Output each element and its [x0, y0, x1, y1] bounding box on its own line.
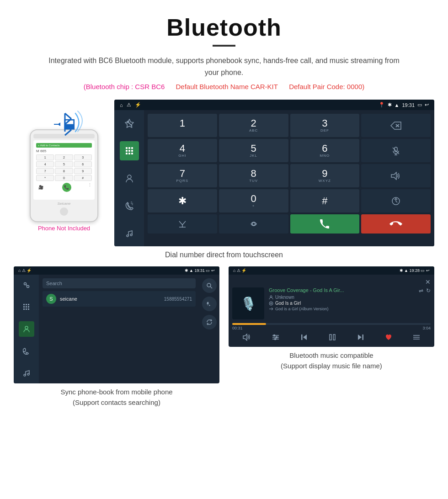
svg-point-19: [128, 175, 131, 179]
music-repeat-icon[interactable]: ↻: [426, 287, 431, 294]
phone-key-5[interactable]: 5: [55, 161, 73, 167]
progress-bar-bg[interactable]: [232, 323, 431, 325]
car-sidebar-dialpad[interactable]: [120, 141, 139, 160]
pb-search-bar[interactable]: Search: [43, 278, 196, 288]
dial-num-4: 4: [180, 143, 185, 154]
music-list-btn[interactable]: [413, 334, 420, 343]
home-icon[interactable]: ⌂: [120, 102, 123, 108]
phone-key-star[interactable]: *: [36, 175, 54, 181]
dial-num-hash: #: [322, 196, 327, 206]
phonebook-screen: ⌂ ⚠ ⚡ ✱ ▲ 19:31 ▭ ↩: [14, 266, 219, 383]
pb-icon-dialpad[interactable]: [19, 299, 34, 315]
dial-key-9[interactable]: 9 WXYZ: [290, 164, 360, 187]
car-sidebar: [114, 110, 144, 246]
dial-key-backspace[interactable]: [361, 114, 431, 137]
pb-contact-row[interactable]: S seicane 15885554271: [43, 291, 196, 307]
pb-icon-link[interactable]: [19, 277, 34, 293]
car-sidebar-music[interactable]: [120, 223, 139, 243]
phone-mockup: + Add to Contacts M 665 1 2 3 4 5 6 7 8 …: [30, 129, 98, 222]
pb-call-btn[interactable]: [202, 297, 217, 311]
pb-home-icon[interactable]: ⌂: [18, 268, 21, 273]
dial-key-0[interactable]: 0 +: [219, 189, 288, 212]
back-icon[interactable]: ↩: [425, 102, 429, 108]
svg-rect-16: [126, 153, 128, 154]
pb-content: Search S seicane 15885554271: [14, 275, 219, 383]
phone-key-3[interactable]: 3: [74, 154, 92, 160]
clock: 19:31: [402, 102, 415, 108]
car-sidebar-contacts[interactable]: [120, 169, 139, 188]
call-icon: [320, 219, 330, 229]
location-icon: 📍: [379, 102, 385, 108]
dial-num-8: 8: [251, 169, 256, 179]
music-close-btn[interactable]: ✕: [425, 278, 431, 286]
progress-current: 00:31: [232, 326, 243, 330]
car-sidebar-call-history[interactable]: [120, 196, 139, 215]
pb-icon-call-hist[interactable]: [19, 343, 34, 359]
music-artist: Unknown: [269, 295, 414, 300]
progress-total: 3:04: [422, 326, 431, 330]
music-heart-btn[interactable]: [385, 334, 392, 343]
dtmf-icon: [249, 219, 259, 228]
phone-key-7[interactable]: 7: [36, 168, 54, 174]
phone-call-btn[interactable]: 📞: [62, 183, 71, 192]
dial-num-1: 1: [180, 118, 185, 128]
pb-refresh-btn[interactable]: [202, 315, 217, 329]
phone-key-9[interactable]: 9: [74, 168, 92, 174]
dial-key-dtmf[interactable]: [219, 214, 288, 234]
dial-key-endcall[interactable]: [361, 214, 431, 234]
dial-key-5[interactable]: 5 JKL: [219, 139, 288, 162]
pb-search-btn[interactable]: [202, 278, 217, 293]
phone-key-1[interactable]: 1: [36, 154, 54, 160]
phone-key-hash[interactable]: #: [74, 175, 92, 181]
phone-key-8[interactable]: 8: [55, 168, 73, 174]
dial-key-mute[interactable]: [361, 139, 431, 162]
music-eq-btn[interactable]: [272, 334, 280, 343]
dial-key-3[interactable]: 3 DEF: [290, 114, 360, 137]
page-header: Bluetooth Integrated with BC6 Bluetooth …: [0, 0, 448, 95]
phone-screen-header: + Add to Contacts: [36, 143, 92, 148]
svg-rect-12: [131, 147, 133, 149]
music-home-icon[interactable]: ⌂: [233, 268, 235, 273]
music-title: Groove Coverage - God Is A Gir...: [269, 287, 414, 293]
bluetooth-specs: (Bluetooth chip : CSR BC6 Default Blueto…: [27, 83, 421, 90]
dial-key-merge[interactable]: [148, 214, 217, 234]
bluetooth-signal: ⬓: [50, 109, 78, 127]
music-details: Groove Coverage - God Is A Gir... Unknow…: [269, 287, 414, 319]
dial-key-4[interactable]: 4 GHI: [148, 139, 217, 162]
dial-key-volume[interactable]: [361, 164, 431, 187]
car-sidebar-link[interactable]: [120, 114, 139, 133]
pb-icon-music[interactable]: [19, 365, 34, 381]
dial-key-call[interactable]: [290, 214, 360, 234]
phone-key-2[interactable]: 2: [55, 154, 73, 160]
dial-key-2[interactable]: 2 ABC: [219, 114, 288, 137]
dial-key-7[interactable]: 7 PQRS: [148, 164, 217, 187]
music-next-btn[interactable]: [357, 334, 364, 343]
dial-key-star[interactable]: ✱: [148, 189, 217, 212]
dial-key-swap[interactable]: [361, 189, 431, 212]
merge-icon: [177, 219, 187, 228]
music-back[interactable]: ↩: [426, 268, 430, 273]
pb-icon-contacts[interactable]: [19, 321, 34, 337]
music-volume-btn[interactable]: [243, 334, 251, 343]
status-right: 📍 ✱ ▲ 19:31 ▭ ↩: [379, 102, 429, 108]
title-divider: [213, 45, 235, 47]
phone-key-4[interactable]: 4: [36, 161, 54, 167]
phone-home-btn[interactable]: [60, 207, 68, 216]
dial-key-8[interactable]: 8 TUV: [219, 164, 288, 187]
dial-num-3: 3: [322, 118, 327, 128]
phone-key-6[interactable]: 6: [74, 161, 92, 167]
music-bt-icon: ✱ ▲: [400, 268, 408, 273]
phone-key-0[interactable]: 0: [55, 175, 73, 181]
dial-key-1[interactable]: 1: [148, 114, 217, 137]
music-prev-btn[interactable]: [300, 334, 308, 343]
svg-point-30: [252, 223, 255, 225]
dial-key-6[interactable]: 6 MNO: [290, 139, 360, 162]
svg-rect-61: [333, 334, 335, 340]
dial-num-6: 6: [322, 143, 327, 154]
music-play-pause-btn[interactable]: [328, 333, 336, 343]
svg-point-49: [269, 302, 273, 305]
dial-key-hash[interactable]: #: [290, 189, 360, 212]
phone-watermark-container: Seicane: [33, 202, 95, 206]
pb-back[interactable]: ↩: [211, 268, 215, 273]
music-shuffle-icon[interactable]: ⇌: [419, 287, 423, 294]
